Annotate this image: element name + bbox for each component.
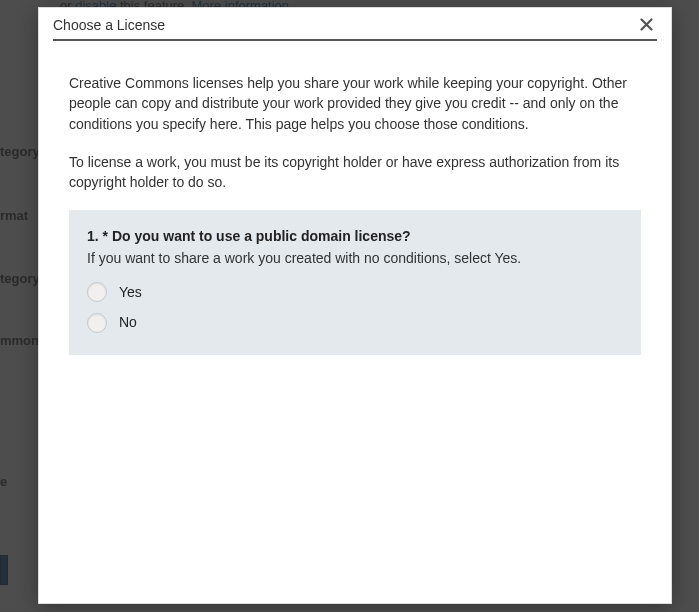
question-subtitle: If you want to share a work you created … — [87, 248, 623, 268]
option-yes[interactable]: Yes — [87, 282, 623, 302]
option-yes-label: Yes — [119, 282, 142, 302]
choose-license-dialog: Choose a License Creative Commons licens… — [38, 7, 672, 604]
question-number: 1. * — [87, 228, 112, 244]
option-no-label: No — [119, 312, 137, 332]
intro-paragraph-2: To license a work, you must be its copyr… — [69, 152, 641, 193]
intro-paragraph-1: Creative Commons licenses help you share… — [69, 73, 641, 134]
question-panel: 1. * Do you want to use a public domain … — [69, 210, 641, 354]
intro-text: Creative Commons licenses help you share… — [69, 73, 641, 192]
dialog-header: Choose a License — [39, 8, 671, 39]
question-text: Do you want to use a public domain licen… — [112, 228, 411, 244]
dialog-title: Choose a License — [53, 17, 165, 33]
option-no[interactable]: No — [87, 312, 623, 332]
radio-icon — [87, 282, 107, 302]
close-icon — [640, 18, 653, 31]
question-title: 1. * Do you want to use a public domain … — [87, 226, 623, 246]
close-button[interactable] — [636, 16, 657, 33]
dialog-body: Creative Commons licenses help you share… — [39, 41, 671, 375]
radio-icon — [87, 313, 107, 333]
